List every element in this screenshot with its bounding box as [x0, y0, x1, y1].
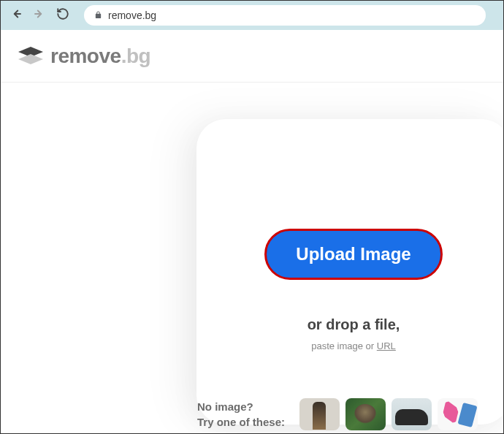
- reload-button[interactable]: [56, 7, 69, 24]
- sample-thumb-3[interactable]: [392, 398, 432, 430]
- lock-icon: [94, 11, 102, 20]
- sample-thumbnails: [299, 398, 478, 430]
- logo[interactable]: remove.bg: [18, 45, 150, 68]
- no-image-text: No image? Try one of these:: [197, 399, 285, 430]
- upload-image-button[interactable]: Upload Image: [264, 229, 442, 280]
- logo-icon: [18, 47, 43, 66]
- site-header: remove.bg: [1, 30, 503, 83]
- back-button[interactable]: [9, 7, 23, 24]
- sample-section: No image? Try one of these:: [197, 398, 504, 434]
- paste-url-link[interactable]: URL: [377, 340, 396, 351]
- upload-card[interactable]: Upload Image or drop a file, paste image…: [196, 119, 504, 425]
- paste-text: paste image or URL: [226, 340, 481, 351]
- browser-toolbar: remove.bg: [1, 1, 503, 30]
- url-text: remove.bg: [108, 9, 156, 21]
- forward-button[interactable]: [33, 7, 46, 24]
- logo-text: remove.bg: [50, 45, 150, 68]
- drop-file-text: or drop a file,: [226, 316, 481, 333]
- sample-thumb-2[interactable]: [345, 398, 386, 430]
- sample-thumb-4[interactable]: [438, 398, 478, 430]
- address-bar[interactable]: remove.bg: [84, 5, 486, 26]
- sample-thumb-1[interactable]: [299, 398, 340, 430]
- main-content: Upload Image or drop a file, paste image…: [1, 83, 503, 425]
